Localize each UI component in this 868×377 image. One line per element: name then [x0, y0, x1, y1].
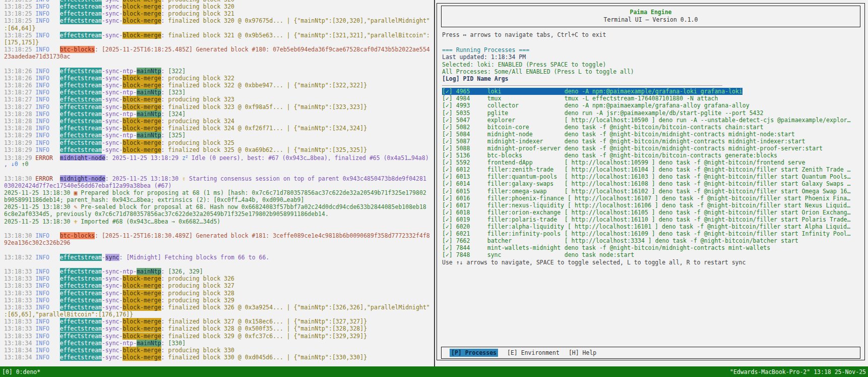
process-row-collector[interactable]: [✓] 4993collectordeno -A npm:@paimaexamp…: [442, 102, 864, 109]
log-segment: 13:18:33: [4, 304, 35, 311]
process-pid: 6013: [456, 173, 487, 180]
process-enabled-checkbox[interactable]: [✓]: [442, 110, 456, 117]
process-row-filler:alpha-liquidity[interactable]: [✓] 6020filler:alpha-liquidity[ http://l…: [442, 223, 864, 230]
process-row-content: [✓] 6017filler:nexus-liquidity[ http://l…: [442, 202, 850, 209]
process-enabled-checkbox[interactable]: [✓]: [442, 138, 456, 145]
log-segment: block-merge: [122, 125, 161, 132]
log-segment: -sync-: [102, 10, 123, 17]
process-enabled-checkbox[interactable]: [✓]: [442, 159, 456, 166]
log-segment: effectstream: [60, 103, 102, 111]
log-segment: [330]: [165, 340, 186, 347]
process-enabled-checkbox[interactable]: [✓]: [442, 180, 456, 187]
tab-help[interactable]: [H] Help: [569, 349, 596, 356]
process-pid: 7848: [456, 251, 487, 258]
process-args: [ http://localhost:16109 ] deno task -f …: [565, 230, 851, 237]
process-row-mint-wallets-midnight[interactable]: [✓] 7844mint-wallets-midnightdeno task -…: [442, 244, 864, 251]
process-row-btc-blocks[interactable]: [✓] 5136btc-blocksdeno task -f @night-bi…: [442, 152, 864, 159]
process-row-filler:phoenix-finance[interactable]: [✓] 6016filler:phoenix-finance[ http://l…: [442, 195, 864, 202]
log-segment: INFO: [35, 297, 49, 304]
log-segment: -sync-: [102, 325, 123, 332]
process-row-content: [✓] 7844mint-wallets-midnightdeno task -…: [442, 244, 770, 251]
process-enabled-checkbox[interactable]: [✓]: [442, 188, 456, 195]
log-segment: -sync-: [102, 333, 123, 340]
process-enabled-checkbox[interactable]: [✓]: [442, 216, 456, 223]
process-row-pglite[interactable]: [✓] 5035pglitedeno run -A jsr:@paimaexam…: [442, 110, 864, 117]
log-segment: [49, 32, 60, 39]
process-row-filler:orion-exchange[interactable]: [✓] 6018filler:orion-exchange[ http://lo…: [442, 209, 864, 216]
process-row-frontend-dApp[interactable]: [✓] 5592frontend-dApp[ http://localhost:…: [442, 159, 864, 166]
process-enabled-checkbox[interactable]: [✓]: [442, 152, 456, 159]
tmux-window-name[interactable]: [0] 0:deno*: [2, 368, 40, 375]
process-enabled-checkbox[interactable]: [✓]: [442, 209, 456, 216]
log-segment: -sync-: [102, 96, 123, 103]
log-segment: producing block 329: [165, 297, 234, 304]
process-name: bitcoin-core: [487, 124, 561, 131]
process-pid: 6019: [456, 216, 487, 223]
log-segment: btc-blocks: [60, 232, 95, 239]
process-row-content: [✓] 5084midnight-nodedeno task -f @night…: [442, 131, 795, 138]
log-segment: block-merge: [122, 347, 161, 354]
log-segment: [49, 96, 60, 103]
process-args: [ http://localhost:10590 ] deno run -A -…: [565, 117, 851, 124]
process-row-filler:galaxy-swaps[interactable]: [✓] 6014filler:galaxy-swaps[ http://loca…: [442, 180, 864, 187]
process-enabled-checkbox[interactable]: [✓]: [442, 131, 456, 138]
process-row-midnight-proof-server[interactable]: [✓] 5088midnight-proof-serverdeno task -…: [442, 145, 864, 152]
process-enabled-checkbox[interactable]: [✓]: [442, 223, 456, 230]
log-segment: producing block 328: [165, 290, 234, 297]
process-row-batcher[interactable]: [✓] 7662batcher[ http://localhost:3334 ]…: [442, 237, 864, 244]
process-row-filler:quantum-pools[interactable]: [✓] 6013filler:quantum-pools[ http://loc…: [442, 173, 864, 180]
process-pid: 6020: [456, 223, 487, 230]
pane-divider[interactable]: [434, 0, 435, 366]
process-enabled-checkbox[interactable]: [✓]: [442, 95, 456, 102]
log-segment: -sync-: [102, 297, 123, 304]
log-line: 13:18:26 INFO effectstream-sync-block-me…: [4, 82, 433, 89]
log-segment: block-merge: [122, 103, 161, 111]
process-name: batcher: [487, 237, 561, 244]
process-enabled-checkbox[interactable]: [✓]: [442, 251, 456, 258]
log-line: 13:18:25 INFO btc-blocks: [2025-11-25T16…: [4, 46, 433, 53]
log-segment: block-merge: [122, 146, 161, 153]
process-row-filler:omega-swap[interactable]: [✓] 6015filler:omega-swap[ http://localh…: [442, 188, 864, 195]
process-row-filler:polaris-trade[interactable]: [✓] 6019filler:polaris-trade[ http://loc…: [442, 216, 864, 223]
tab-processes[interactable]: [P] Processes: [450, 349, 498, 357]
terminal-screen: 13:18:25 INFO effectstream-sync-block-me…: [0, 0, 868, 377]
process-enabled-checkbox[interactable]: [✓]: [442, 202, 456, 209]
log-line: 13:18:33 INFO effectstream-sync-block-me…: [4, 297, 433, 304]
process-row-midnight-indexer[interactable]: [✓] 5087midnight-indexerdeno task -f @ni…: [442, 138, 864, 145]
log-line: 13:18:33 INFO effectstream-sync-ntp-main…: [4, 268, 433, 275]
process-enabled-checkbox[interactable]: [✓]: [442, 230, 456, 237]
tab-environment[interactable]: [E] Environment: [507, 349, 560, 356]
process-enabled-checkbox[interactable]: [✓]: [442, 244, 456, 251]
process-enabled-checkbox[interactable]: [✓]: [442, 173, 456, 180]
log-segment: block-merge: [122, 297, 161, 304]
process-enabled-checkbox[interactable]: [✓]: [442, 117, 456, 124]
process-args: [ http://localhost:16101 ] deno task -f …: [568, 223, 850, 230]
process-enabled-checkbox[interactable]: [✓]: [442, 237, 456, 244]
process-row-content: [✓] 6020filler:alpha-liquidity[ http://l…: [442, 223, 850, 230]
process-row-sync[interactable]: [✓] 7848syncdeno task node:start: [442, 251, 864, 258]
process-row-filler:zenith-trade[interactable]: [✓] 6012filler:zenith-trade[ http://loca…: [442, 166, 864, 173]
log-segment: 13:18:25: [4, 17, 35, 24]
process-enabled-checkbox[interactable]: [✓]: [442, 145, 456, 152]
process-row-tmux[interactable]: [✓] 4984tmuxtmux -L effectstream-1764087…: [442, 95, 864, 102]
log-line: [4, 168, 433, 175]
log-segment: [175,175]}: [4, 39, 39, 46]
process-row-explorer[interactable]: [✓] 5047explorer[ http://localhost:10590…: [442, 117, 864, 124]
log-segment: ,: [4, 160, 11, 168]
log-segment: 13:18:33: [4, 275, 35, 282]
process-enabled-checkbox[interactable]: [✓]: [442, 102, 456, 109]
process-enabled-checkbox[interactable]: [✓]: [442, 124, 456, 131]
log-segment: effectstream: [60, 333, 102, 340]
process-row-loki[interactable]: [✓] 4965lokideno -A npm:@paimaexample/gr…: [442, 88, 864, 95]
log-pane[interactable]: 13:18:25 INFO effectstream-sync-block-me…: [0, 0, 433, 366]
process-row-bitcoin-core[interactable]: [✓] 5082bitcoin-coredeno task -f @night-…: [442, 124, 864, 131]
process-row-midnight-node[interactable]: [✓] 5084midnight-nodedeno task -f @night…: [442, 131, 864, 138]
process-row-filler:nexus-liquidity[interactable]: [✓] 6017filler:nexus-liquidity[ http://l…: [442, 202, 864, 209]
process-row-filler:infinity-pools[interactable]: [✓] 6021filler:infinity-pools[ http://lo…: [442, 230, 864, 237]
log-line: 13:18:29 ERROR midnight-node: 2025-11-25…: [4, 153, 433, 160]
keyboard-hint: Use ↑↓ arrows to navigate, SPACE to togg…: [437, 259, 864, 266]
process-enabled-checkbox[interactable]: [✓]: [442, 88, 456, 95]
process-enabled-checkbox[interactable]: [✓]: [442, 195, 456, 202]
log-line: 13:18:28 INFO effectstream-sync-block-me…: [4, 118, 433, 125]
process-enabled-checkbox[interactable]: [✓]: [442, 166, 456, 173]
